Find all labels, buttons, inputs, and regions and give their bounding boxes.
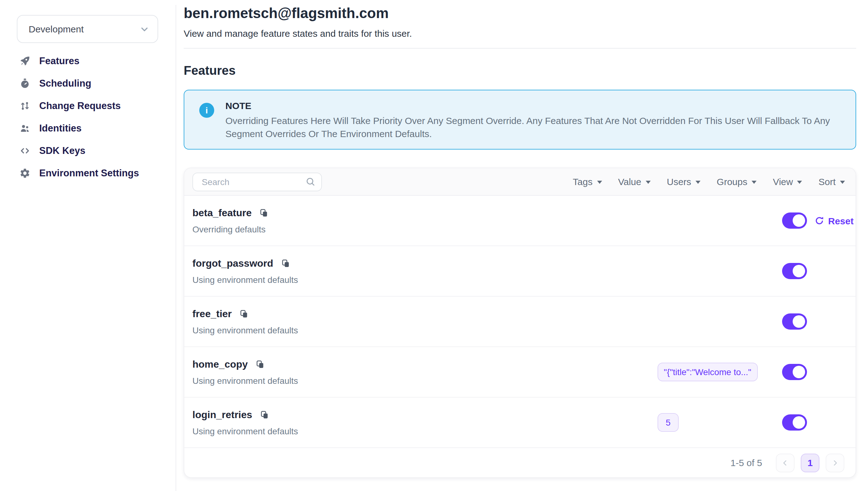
info-icon: i <box>199 103 214 118</box>
filter-bar: Tags Value Users Groups View Sort <box>573 176 845 187</box>
filter-sort[interactable]: Sort <box>818 176 845 187</box>
chevron-down-icon <box>139 23 150 35</box>
feature-value-cell: "{"title":"Welcome to..." <box>657 363 782 381</box>
copy-icon[interactable] <box>255 359 265 369</box>
feature-name: free_tier <box>192 308 231 319</box>
filter-label: Users <box>667 176 691 187</box>
environment-selector[interactable]: Development <box>17 15 158 43</box>
filter-tags[interactable]: Tags <box>573 176 602 187</box>
features-table: Tags Value Users Groups View Sort beta_f… <box>184 168 856 478</box>
table-row[interactable]: login_retries Using environment defaults… <box>184 398 856 448</box>
caret-down-icon <box>797 181 802 184</box>
feature-status: Using environment defaults <box>192 325 657 335</box>
feature-value-chip[interactable]: 5 <box>657 413 679 432</box>
feature-name: beta_feature <box>192 207 252 219</box>
environment-selector-value: Development <box>29 24 84 34</box>
feature-toggle[interactable] <box>782 212 807 229</box>
sidebar-item-label: Change Requests <box>39 100 121 112</box>
pagination-prev-button[interactable] <box>776 453 795 472</box>
feature-toggle[interactable] <box>782 263 807 279</box>
chevron-left-icon <box>781 458 789 467</box>
search-input[interactable] <box>200 176 305 187</box>
feature-status: Overriding defaults <box>192 224 657 234</box>
caret-down-icon <box>597 181 602 184</box>
feature-info: forgot_password Using environment defaul… <box>192 258 657 284</box>
sidebar-item-environment-settings[interactable]: Environment Settings <box>0 162 176 184</box>
filter-groups[interactable]: Groups <box>717 176 756 187</box>
sidebar-item-label: Identities <box>39 123 82 134</box>
filter-label: View <box>773 176 793 187</box>
copy-icon[interactable] <box>260 410 269 420</box>
main-content: ben.rometsch@flagsmith.com View and mana… <box>176 5 868 478</box>
feature-name: forgot_password <box>192 258 273 269</box>
sidebar-item-identities[interactable]: Identities <box>0 117 176 140</box>
feature-name: home_copy <box>192 358 248 370</box>
filter-label: Groups <box>717 176 747 187</box>
copy-icon[interactable] <box>281 259 290 268</box>
users-icon <box>19 123 31 134</box>
sidebar-item-label: Environment Settings <box>39 168 139 179</box>
sidebar-item-label: SDK Keys <box>39 145 85 156</box>
gear-icon <box>19 168 31 179</box>
feature-name: login_retries <box>192 409 252 420</box>
feature-toggle[interactable] <box>782 414 807 431</box>
table-row[interactable]: free_tier Using environment defaults <box>184 297 856 347</box>
features-heading: Features <box>184 63 856 78</box>
pagination-page-1-button[interactable]: 1 <box>801 453 819 472</box>
copy-icon[interactable] <box>239 309 248 318</box>
copy-icon[interactable] <box>259 208 268 218</box>
sidebar-item-label: Scheduling <box>39 78 91 89</box>
refresh-icon <box>814 215 825 226</box>
filter-users[interactable]: Users <box>667 176 701 187</box>
search-box <box>192 172 322 191</box>
caret-down-icon <box>695 181 701 184</box>
caret-down-icon <box>840 181 845 184</box>
caret-down-icon <box>751 181 756 184</box>
reset-label: Reset <box>828 215 854 226</box>
feature-info: free_tier Using environment defaults <box>192 308 657 335</box>
feature-toggle[interactable] <box>782 313 807 329</box>
sidebar-item-features[interactable]: Features <box>0 50 176 72</box>
filter-label: Value <box>618 176 641 187</box>
note-title: NOTE <box>225 99 839 112</box>
table-row[interactable]: forgot_password Using environment defaul… <box>184 246 856 297</box>
note-banner: i NOTE Overriding Features Here Will Tak… <box>184 90 856 149</box>
sidebar-item-change-requests[interactable]: Change Requests <box>0 95 176 117</box>
sidebar-item-scheduling[interactable]: Scheduling <box>0 72 176 95</box>
filter-value[interactable]: Value <box>618 176 651 187</box>
filter-view[interactable]: View <box>773 176 802 187</box>
feature-value-chip[interactable]: "{"title":"Welcome to..." <box>657 363 757 381</box>
feature-info: beta_feature Overriding defaults <box>192 207 657 234</box>
reset-button[interactable]: Reset <box>814 215 854 226</box>
reset-cell: Reset <box>807 215 856 226</box>
search-icon <box>305 176 316 187</box>
sidebar-item-sdk-keys[interactable]: SDK Keys <box>0 140 176 162</box>
header-divider <box>184 48 856 49</box>
feature-status: Using environment defaults <box>192 375 657 385</box>
feature-status: Using environment defaults <box>192 426 657 436</box>
pagination: 1-5 of 5 1 <box>184 448 856 477</box>
code-icon <box>19 145 31 156</box>
feature-info: login_retries Using environment defaults <box>192 409 657 436</box>
table-row[interactable]: beta_feature Overriding defaults Reset <box>184 196 856 246</box>
pull-request-icon <box>19 100 31 112</box>
sidebar: Development Features Scheduling Change R… <box>0 5 176 491</box>
pagination-summary: 1-5 of 5 <box>731 457 762 468</box>
sidebar-item-label: Features <box>39 55 80 67</box>
note-content: NOTE Overriding Features Here Will Take … <box>225 99 839 140</box>
feature-toggle[interactable] <box>782 364 807 380</box>
page-subtitle: View and manage feature states and trait… <box>184 28 856 39</box>
table-toolbar: Tags Value Users Groups View Sort <box>184 168 856 196</box>
sidebar-nav: Features Scheduling Change Requests Iden… <box>0 43 176 184</box>
caret-down-icon <box>646 181 651 184</box>
stopwatch-icon <box>19 78 31 89</box>
chevron-right-icon <box>831 458 839 467</box>
feature-value-cell: 5 <box>657 413 782 432</box>
user-feature-page: Development Features Scheduling Change R… <box>0 5 868 491</box>
table-row[interactable]: home_copy Using environment defaults "{"… <box>184 347 856 398</box>
page-title: ben.rometsch@flagsmith.com <box>184 5 856 22</box>
note-body: Overriding Features Here Will Take Prior… <box>225 114 839 140</box>
feature-info: home_copy Using environment defaults <box>192 358 657 385</box>
filter-label: Tags <box>573 176 592 187</box>
pagination-next-button[interactable] <box>826 453 844 472</box>
